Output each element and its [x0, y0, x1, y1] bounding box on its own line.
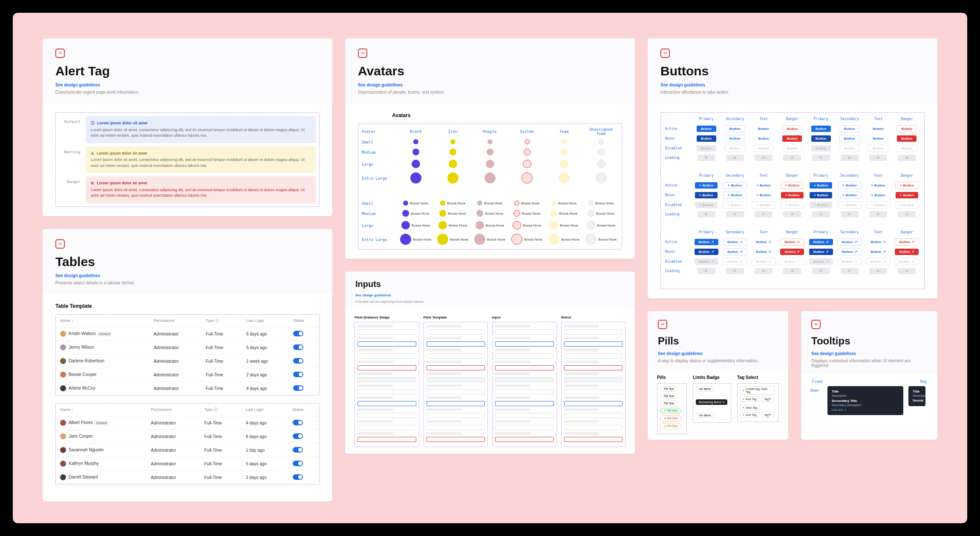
design-guidelines-link[interactable]: See design guidelines — [658, 351, 778, 356]
button-example[interactable]: Button ↗ — [809, 249, 833, 255]
table-header[interactable]: Type ⓘ — [200, 404, 242, 416]
design-guidelines-link[interactable]: See design guidelines — [55, 273, 320, 278]
button-example[interactable]: Button ↗ — [866, 239, 890, 245]
button-example[interactable]: Button ↗ — [866, 258, 891, 265]
input-example[interactable] — [495, 425, 554, 430]
input-example[interactable] — [357, 401, 416, 406]
button-example[interactable]: Button ↗ — [695, 239, 718, 245]
button-example[interactable]: Button — [868, 145, 888, 152]
button-example[interactable]: Button ↗ — [894, 238, 919, 246]
button-example[interactable]: +Button — [895, 201, 919, 209]
button-example[interactable]: Button ↗ — [780, 238, 804, 246]
input-example[interactable] — [427, 353, 485, 358]
input-example[interactable] — [427, 389, 485, 394]
status-toggle[interactable] — [293, 461, 303, 466]
button-example[interactable]: Button — [782, 135, 802, 142]
input-example[interactable] — [427, 425, 485, 430]
button-example[interactable]: Button — [897, 135, 917, 142]
input-example[interactable] — [357, 341, 416, 347]
input-example[interactable] — [564, 413, 623, 418]
input-example[interactable] — [564, 341, 623, 347]
design-guidelines-link[interactable]: See design guidelines — [660, 83, 925, 87]
table-row[interactable]: Kristin WatsonDefaultAdministratorFull-T… — [56, 327, 319, 341]
button-example[interactable]: Button ↗ — [695, 258, 718, 265]
input-example[interactable] — [357, 365, 416, 370]
table-row[interactable]: Albert FloresDefaultAdministratorFull-Ti… — [56, 416, 319, 430]
input-example[interactable] — [495, 377, 554, 382]
status-toggle[interactable] — [293, 447, 303, 453]
input-example[interactable] — [495, 330, 554, 335]
button-example[interactable]: Button ↗ — [723, 258, 747, 265]
table-header[interactable]: Type ⓘ — [202, 315, 242, 327]
button-example[interactable]: +Button — [867, 182, 889, 189]
button-example[interactable]: +Button — [896, 192, 918, 198]
input-example[interactable] — [564, 330, 623, 335]
input-example[interactable] — [427, 401, 485, 406]
table-header[interactable]: Permissions — [147, 404, 200, 416]
input-example[interactable] — [427, 365, 485, 370]
input-example[interactable] — [357, 377, 416, 382]
button-example[interactable]: +Button — [838, 182, 861, 189]
button-example[interactable]: Button ↗ — [809, 239, 833, 245]
button-example[interactable]: Button — [811, 145, 831, 152]
button-example[interactable]: +Button — [781, 192, 804, 198]
table-row[interactable]: Bessie CooperAdministratorFull-Time2 day… — [56, 368, 319, 381]
table-header[interactable]: Status — [289, 315, 319, 327]
table-row[interactable]: Darrell StewardAdministratorFull-Time2 d… — [56, 470, 319, 484]
input-example[interactable] — [564, 389, 623, 394]
input-example[interactable] — [427, 377, 485, 382]
tag-add[interactable]: +Add Tag — [740, 396, 759, 402]
button-example[interactable]: Button ↗ — [837, 258, 862, 265]
button-example[interactable]: Button — [725, 145, 745, 152]
button-example[interactable]: Button ↗ — [809, 258, 833, 265]
input-example[interactable] — [357, 353, 416, 358]
button-example[interactable]: Button — [868, 126, 888, 132]
button-example[interactable]: +Button — [838, 192, 861, 199]
status-toggle[interactable] — [293, 420, 303, 425]
button-example[interactable]: Button — [753, 145, 774, 152]
input-example[interactable] — [427, 437, 485, 442]
input-example[interactable] — [564, 353, 623, 358]
input-example[interactable] — [495, 365, 554, 370]
button-example[interactable]: Button — [839, 145, 860, 152]
button-example[interactable]: Button ↗ — [752, 249, 775, 255]
status-toggle[interactable] — [293, 372, 303, 377]
button-example[interactable]: Button — [896, 125, 917, 132]
button-example[interactable]: +Button — [810, 182, 832, 189]
button-example[interactable]: +Button — [752, 201, 775, 209]
button-example[interactable]: Button — [697, 135, 716, 142]
design-guidelines-link[interactable]: See design guidelines — [358, 83, 622, 87]
button-example[interactable]: Button — [868, 135, 888, 142]
input-example[interactable] — [357, 389, 416, 394]
button-example[interactable]: +Button — [810, 202, 832, 208]
button-example[interactable]: +Button — [895, 182, 919, 189]
status-toggle[interactable] — [293, 331, 303, 336]
input-example[interactable] — [564, 425, 623, 430]
button-example[interactable]: +Button — [723, 201, 747, 209]
button-example[interactable]: Button ↗ — [780, 249, 804, 255]
button-example[interactable]: +Button — [752, 192, 775, 198]
button-example[interactable]: Button — [754, 135, 773, 142]
input-example[interactable] — [564, 365, 623, 370]
input-example[interactable] — [564, 401, 623, 406]
input-example[interactable] — [495, 437, 554, 442]
status-toggle[interactable] — [293, 474, 303, 480]
button-example[interactable]: Button ↗ — [751, 258, 776, 265]
button-example[interactable]: +Button — [723, 192, 747, 199]
input-example[interactable] — [427, 330, 485, 335]
button-example[interactable]: Button ↗ — [723, 248, 747, 255]
button-example[interactable]: +Button — [781, 182, 804, 189]
button-example[interactable]: Button — [811, 126, 831, 132]
button-example[interactable]: Button — [782, 125, 802, 132]
button-example[interactable]: Button — [782, 145, 802, 152]
input-example[interactable] — [495, 389, 554, 394]
table-row[interactable]: Kathryn MurphyAdministratorFull-Time5 da… — [56, 457, 319, 470]
button-example[interactable]: Button — [697, 145, 716, 152]
tag-create[interactable]: +Create tag: New Tag — [740, 386, 775, 395]
button-example[interactable]: Button — [754, 126, 773, 132]
status-toggle[interactable] — [293, 433, 303, 439]
button-example[interactable]: Button ↗ — [723, 238, 747, 246]
table-header[interactable]: Status — [288, 404, 319, 416]
design-guidelines-link[interactable]: See design guidelines — [55, 83, 320, 87]
table-row[interactable]: Jane CooperAdministratorFull-Time6 days … — [56, 430, 319, 443]
